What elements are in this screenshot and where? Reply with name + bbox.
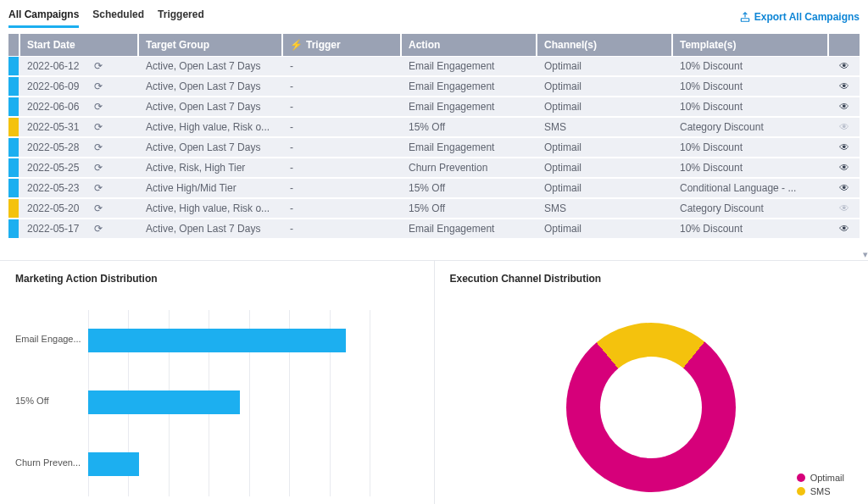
- preview-eye-icon[interactable]: 👁: [839, 141, 849, 153]
- cell-start-date: 2022-05-23⟳: [20, 179, 139, 198]
- table-row[interactable]: 2022-05-23⟳Active High/Mid Tier-15% OffO…: [8, 179, 860, 198]
- row-color-indicator: [8, 158, 19, 177]
- cell-channel: Optimail: [537, 158, 673, 178]
- cell-action: 15% Off: [402, 118, 537, 137]
- tab-triggered[interactable]: Triggered: [158, 5, 204, 28]
- table-row[interactable]: 2022-05-20⟳Active, High value, Risk o...…: [8, 199, 860, 219]
- cell-target-group: Active, High value, Risk o...: [139, 199, 283, 219]
- cell-action: Email Engagement: [402, 57, 537, 76]
- cell-channel: Optimail: [537, 219, 673, 239]
- cell-channel: SMS: [537, 118, 673, 137]
- col-header-color: [8, 34, 20, 56]
- campaign-tabs: All Campaigns Scheduled Triggered: [8, 5, 204, 28]
- table-row[interactable]: 2022-05-31⟳Active, High value, Risk o...…: [8, 118, 860, 137]
- col-header-template[interactable]: Template(s): [673, 34, 829, 56]
- col-header-target-group[interactable]: Target Group: [139, 34, 283, 56]
- table-row[interactable]: 2022-06-12⟳Active, Open Last 7 Days-Emai…: [8, 57, 860, 76]
- cell-template: 10% Discount: [673, 138, 829, 158]
- col-header-trigger[interactable]: ⚡ Trigger: [283, 34, 402, 56]
- donut-legend: Optimail SMS: [797, 469, 844, 496]
- cell-target-group: Active, Open Last 7 Days: [139, 97, 283, 117]
- cell-start-date: 2022-05-28⟳: [20, 138, 139, 158]
- row-color-indicator: [8, 179, 19, 197]
- bar-fill: [88, 390, 240, 414]
- cell-channel: Optimail: [537, 57, 673, 76]
- row-color-indicator: [8, 138, 19, 157]
- cell-action: Email Engagement: [402, 97, 537, 117]
- bar-fill: [88, 452, 139, 476]
- bar-label: Churn Preven...: [15, 457, 83, 468]
- recurring-icon: ⟳: [94, 141, 103, 153]
- cell-action: Email Engagement: [402, 219, 537, 239]
- preview-eye-icon[interactable]: 👁: [839, 223, 849, 235]
- cell-trigger: -: [283, 158, 402, 178]
- preview-eye-icon[interactable]: 👁: [839, 80, 849, 92]
- row-color-indicator: [8, 77, 19, 96]
- cell-template: 10% Discount: [673, 219, 829, 239]
- cell-action: 15% Off: [402, 199, 537, 219]
- cell-trigger: -: [283, 97, 402, 117]
- cell-template: 10% Discount: [673, 77, 829, 97]
- donut-chart: [566, 323, 736, 492]
- cell-target-group: Active, High value, Risk o...: [139, 118, 283, 137]
- preview-eye-icon[interactable]: 👁: [839, 202, 849, 214]
- recurring-icon: ⟳: [94, 121, 103, 133]
- export-icon: [739, 11, 751, 23]
- cell-template: 10% Discount: [673, 97, 829, 117]
- recurring-icon: ⟳: [94, 80, 103, 92]
- cell-target-group: Active, Open Last 7 Days: [139, 77, 283, 97]
- table-row[interactable]: 2022-06-06⟳Active, Open Last 7 Days-Emai…: [8, 97, 860, 117]
- cell-target-group: Active High/Mid Tier: [139, 179, 283, 198]
- cell-trigger: -: [283, 219, 402, 239]
- swatch-sms: [797, 487, 805, 496]
- tab-scheduled[interactable]: Scheduled: [92, 5, 144, 28]
- row-color-indicator: [8, 219, 19, 238]
- cell-start-date: 2022-05-31⟳: [20, 118, 139, 137]
- preview-eye-icon[interactable]: 👁: [839, 121, 849, 133]
- cell-target-group: Active, Open Last 7 Days: [139, 57, 283, 76]
- cell-template: Category Discount: [673, 199, 829, 219]
- row-color-indicator: [8, 199, 19, 218]
- table-row[interactable]: 2022-05-28⟳Active, Open Last 7 Days-Emai…: [8, 138, 860, 158]
- chart-title-left: Marketing Action Distribution: [15, 273, 419, 285]
- bar-label: 15% Off: [15, 396, 83, 406]
- preview-eye-icon[interactable]: 👁: [839, 182, 849, 194]
- cell-template: 10% Discount: [673, 57, 829, 76]
- cell-start-date: 2022-06-09⟳: [20, 77, 139, 97]
- cell-target-group: Active, Open Last 7 Days: [139, 138, 283, 158]
- marketing-action-chart: Marketing Action Distribution Email Enga…: [0, 261, 435, 504]
- table-row[interactable]: 2022-05-25⟳Active, Risk, High Tier-Churn…: [8, 158, 860, 178]
- recurring-icon: ⟳: [94, 223, 103, 235]
- preview-eye-icon[interactable]: 👁: [839, 101, 849, 113]
- preview-eye-icon[interactable]: 👁: [839, 60, 849, 72]
- cell-trigger: -: [283, 179, 402, 198]
- swatch-optimail: [797, 474, 805, 482]
- cell-channel: Optimail: [537, 77, 673, 97]
- cell-channel: Optimail: [537, 97, 673, 117]
- recurring-icon: ⟳: [94, 182, 103, 194]
- cell-target-group: Active, Risk, High Tier: [139, 158, 283, 178]
- tab-all-campaigns[interactable]: All Campaigns: [8, 5, 79, 28]
- cell-action: Churn Prevention: [402, 158, 537, 178]
- campaigns-table-wrap: Start Date Target Group ⚡ Trigger Action…: [0, 28, 868, 240]
- row-color-indicator: [8, 118, 19, 136]
- scroll-down-icon[interactable]: ▾: [863, 249, 868, 260]
- cell-trigger: -: [283, 138, 402, 158]
- col-header-eye: [829, 34, 860, 56]
- col-header-action[interactable]: Action: [402, 34, 537, 56]
- cell-start-date: 2022-05-17⟳: [20, 219, 139, 239]
- svg-rect-0: [741, 18, 748, 21]
- col-header-start-date[interactable]: Start Date: [20, 34, 139, 56]
- table-row[interactable]: 2022-06-09⟳Active, Open Last 7 Days-Emai…: [8, 77, 860, 97]
- export-all-button[interactable]: Export All Campaigns: [739, 11, 860, 23]
- row-color-indicator: [8, 57, 19, 75]
- export-label: Export All Campaigns: [754, 11, 860, 23]
- table-row[interactable]: 2022-05-17⟳Active, Open Last 7 Days-Emai…: [8, 219, 860, 239]
- execution-channel-chart: Execution Channel Distribution Optimail …: [435, 261, 869, 504]
- col-header-channel[interactable]: Channel(s): [537, 34, 673, 56]
- preview-eye-icon[interactable]: 👁: [839, 162, 849, 174]
- cell-channel: Optimail: [537, 138, 673, 158]
- cell-template: Category Discount: [673, 118, 829, 137]
- chart-title-right: Execution Channel Distribution: [450, 273, 854, 285]
- cell-trigger: -: [283, 57, 402, 76]
